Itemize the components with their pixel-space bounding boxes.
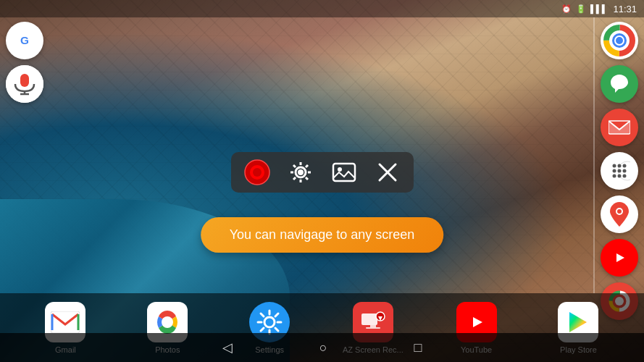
svg-point-15: [613, 164, 616, 168]
svg-point-22: [618, 174, 622, 178]
svg-rect-3: [20, 74, 29, 87]
svg-point-20: [623, 169, 627, 173]
battery-icon: 🔋: [576, 4, 586, 14]
svg-line-45: [293, 177, 296, 180]
close-button[interactable]: [373, 158, 402, 187]
svg-point-23: [623, 174, 627, 178]
wifi-icon: ▌▌▌: [590, 4, 607, 13]
youtube-sidebar-button[interactable]: [601, 239, 638, 277]
svg-rect-68: [366, 327, 380, 329]
toast-text: You can navigage to any screen: [230, 227, 415, 242]
svg-line-44: [306, 165, 308, 167]
svg-point-54: [162, 316, 173, 328]
svg-point-35: [253, 168, 262, 177]
svg-point-19: [618, 169, 622, 173]
sidebar-divider: [593, 17, 595, 293]
image-button[interactable]: [330, 158, 359, 187]
floating-toolbar: [231, 152, 414, 193]
app-drawer-button[interactable]: [601, 152, 638, 190]
nav-bar: ◁ ○ □: [0, 333, 644, 362]
svg-point-17: [623, 164, 627, 168]
maps-button[interactable]: [601, 195, 638, 233]
gmail-sidebar-button[interactable]: [601, 109, 638, 146]
right-sidebar: [601, 22, 638, 320]
svg-line-61: [275, 328, 278, 331]
svg-point-55: [264, 317, 275, 327]
svg-rect-50: [51, 311, 80, 333]
svg-line-60: [261, 313, 264, 316]
recents-button[interactable]: □: [414, 340, 422, 355]
svg-line-63: [261, 328, 264, 331]
chrome-sidebar-button[interactable]: [601, 22, 638, 59]
microphone-button[interactable]: [6, 65, 43, 103]
svg-rect-67: [370, 325, 376, 327]
svg-point-16: [618, 164, 622, 168]
record-button[interactable]: [243, 158, 272, 187]
left-sidebar: G: [6, 22, 43, 103]
svg-rect-46: [333, 164, 355, 181]
svg-line-62: [275, 313, 278, 316]
svg-point-21: [613, 174, 616, 178]
google-search-button[interactable]: G: [6, 22, 43, 59]
svg-line-42: [293, 165, 296, 167]
clock: 11:31: [613, 4, 637, 14]
alarm-icon: ⏰: [561, 4, 572, 14]
svg-point-18: [613, 169, 616, 173]
toast-message: You can navigage to any screen: [201, 217, 444, 253]
svg-point-47: [338, 167, 342, 172]
status-bar: ⏰ 🔋 ▌▌▌ 11:31: [0, 0, 644, 17]
svg-text:G: G: [20, 34, 29, 46]
status-icons: ⏰ 🔋 ▌▌▌: [561, 4, 607, 14]
back-button[interactable]: ◁: [222, 340, 233, 355]
svg-line-43: [306, 177, 308, 180]
svg-point-25: [617, 209, 622, 214]
home-button[interactable]: ○: [319, 340, 327, 355]
svg-point-37: [298, 169, 304, 175]
svg-point-12: [616, 37, 623, 44]
svg-rect-64: [361, 313, 377, 325]
settings-gear-button[interactable]: [286, 158, 315, 187]
hangouts-button[interactable]: [601, 65, 638, 103]
